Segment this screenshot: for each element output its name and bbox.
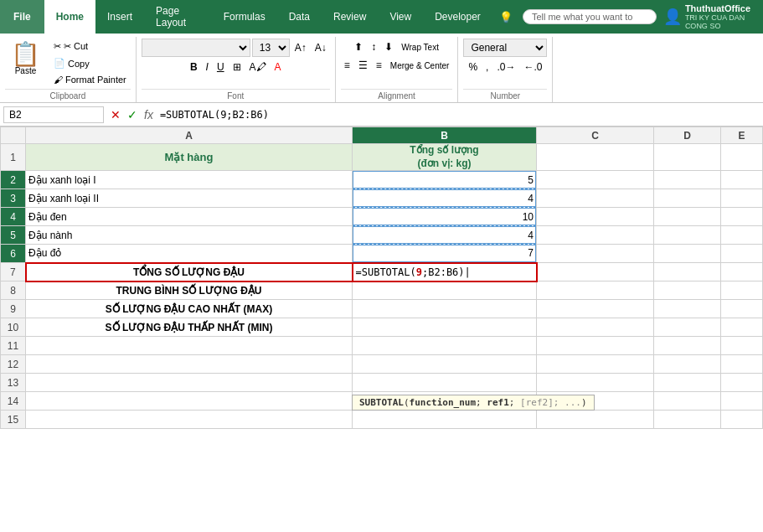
cell-a10[interactable]: SỐ LƯỢNG ĐẬU THẤP NHẤT (MIN) bbox=[26, 318, 353, 337]
cell-c9[interactable] bbox=[537, 300, 654, 318]
border-button[interactable]: ⊞ bbox=[229, 59, 245, 75]
format-painter-button[interactable]: 🖌 Format Painter bbox=[49, 72, 131, 87]
cell-e11[interactable] bbox=[721, 337, 763, 355]
cell-a4[interactable]: Đậu đen bbox=[26, 208, 353, 226]
cell-a11[interactable] bbox=[26, 337, 353, 355]
cell-e7[interactable] bbox=[721, 263, 763, 281]
cell-b6[interactable]: 7 bbox=[353, 245, 537, 263]
cell-b7[interactable]: =SUBTOTAL(9;B2:B6)| bbox=[353, 263, 537, 281]
merge-center-button[interactable]: Merge & Center bbox=[387, 59, 453, 73]
align-left-button[interactable]: ≡ bbox=[341, 57, 353, 74]
tab-page-layout[interactable]: Page Layout bbox=[144, 0, 212, 34]
cell-a8[interactable]: TRUNG BÌNH SỐ LƯỢNG ĐẬU bbox=[26, 281, 353, 300]
cell-a15[interactable] bbox=[26, 411, 353, 429]
cell-c8[interactable] bbox=[537, 281, 654, 300]
cell-a1[interactable]: Mặt hàng bbox=[26, 144, 353, 171]
cell-d1[interactable] bbox=[654, 144, 721, 171]
cell-b3[interactable]: 4 bbox=[353, 189, 537, 208]
underline-button[interactable]: U bbox=[214, 59, 228, 75]
row-header-13[interactable]: 13 bbox=[1, 374, 26, 392]
cell-a6[interactable]: Đậu đỏ bbox=[26, 245, 353, 263]
cell-d7[interactable] bbox=[654, 263, 721, 281]
copy-button[interactable]: 📄 Copy bbox=[49, 55, 131, 71]
cell-b11[interactable] bbox=[353, 337, 537, 355]
col-header-d[interactable]: D bbox=[654, 127, 721, 144]
cell-a7[interactable]: TỔNG SỐ LƯỢNG ĐẬU bbox=[26, 263, 353, 281]
increase-decimal-button[interactable]: .0→ bbox=[493, 59, 518, 75]
row-header-15[interactable]: 15 bbox=[1, 411, 26, 429]
cell-e8[interactable] bbox=[721, 281, 763, 300]
cell-b12[interactable] bbox=[353, 355, 537, 374]
tell-me-input[interactable]: Tell me what you want to bbox=[523, 9, 657, 24]
tab-formulas[interactable]: Formulas bbox=[212, 0, 277, 34]
cell-c4[interactable] bbox=[537, 208, 654, 226]
cell-d15[interactable] bbox=[654, 411, 721, 429]
row-header-9[interactable]: 9 bbox=[1, 300, 26, 318]
row-header-5[interactable]: 5 bbox=[1, 226, 26, 245]
cell-e3[interactable] bbox=[721, 189, 763, 208]
cell-b5[interactable]: 4 bbox=[353, 226, 537, 245]
cell-b4[interactable]: 10 bbox=[353, 208, 537, 226]
cell-e9[interactable] bbox=[721, 300, 763, 318]
cell-c5[interactable] bbox=[537, 226, 654, 245]
paste-button[interactable]: 📋 Paste bbox=[5, 39, 46, 80]
cell-e2[interactable] bbox=[721, 171, 763, 189]
tab-view[interactable]: View bbox=[378, 0, 423, 34]
row-header-4[interactable]: 4 bbox=[1, 208, 26, 226]
align-bottom-button[interactable]: ⬇ bbox=[381, 39, 396, 55]
cell-e6[interactable] bbox=[721, 245, 763, 263]
cell-e10[interactable] bbox=[721, 318, 763, 337]
cell-b15[interactable] bbox=[353, 411, 537, 429]
row-header-7[interactable]: 7 bbox=[1, 263, 26, 281]
cell-c3[interactable] bbox=[537, 189, 654, 208]
row-header-1[interactable]: 1 bbox=[1, 144, 26, 171]
cell-d5[interactable] bbox=[654, 226, 721, 245]
cell-d3[interactable] bbox=[654, 189, 721, 208]
cell-e15[interactable] bbox=[721, 411, 763, 429]
formula-input[interactable] bbox=[157, 107, 760, 122]
cell-c2[interactable] bbox=[537, 171, 654, 189]
cell-b1[interactable]: Tổng số lượng(đơn vị: kg) bbox=[353, 144, 537, 171]
align-right-button[interactable]: ≡ bbox=[373, 57, 385, 74]
cell-a2[interactable]: Đậu xanh loại I bbox=[26, 171, 353, 189]
cell-b10[interactable] bbox=[353, 318, 537, 337]
row-header-2[interactable]: 2 bbox=[1, 171, 26, 189]
row-header-12[interactable]: 12 bbox=[1, 355, 26, 374]
cell-c7[interactable] bbox=[537, 263, 654, 281]
cut-button[interactable]: ✂ ✂ Cut bbox=[49, 39, 131, 54]
row-header-3[interactable]: 3 bbox=[1, 189, 26, 208]
wrap-text-button[interactable]: Wrap Text bbox=[398, 40, 442, 54]
col-header-b[interactable]: B bbox=[353, 127, 537, 144]
align-top-button[interactable]: ⬆ bbox=[351, 39, 366, 55]
cell-a9[interactable]: SỐ LƯỢNG ĐẬU CAO NHẤT (MAX) bbox=[26, 300, 353, 318]
font-face-select[interactable] bbox=[142, 39, 250, 57]
cell-d6[interactable] bbox=[654, 245, 721, 263]
tab-review[interactable]: Review bbox=[322, 0, 378, 34]
cell-c10[interactable] bbox=[537, 318, 654, 337]
cell-c12[interactable] bbox=[537, 355, 654, 374]
cell-a12[interactable] bbox=[26, 355, 353, 374]
row-header-6[interactable]: 6 bbox=[1, 245, 26, 263]
tab-insert[interactable]: Insert bbox=[95, 0, 144, 34]
increase-font-button[interactable]: A↑ bbox=[291, 39, 310, 56]
cell-a3[interactable]: Đậu xanh loại II bbox=[26, 189, 353, 208]
tab-data[interactable]: Data bbox=[277, 0, 322, 34]
cell-e4[interactable] bbox=[721, 208, 763, 226]
align-middle-button[interactable]: ↕ bbox=[368, 39, 379, 55]
cell-d14[interactable] bbox=[654, 392, 721, 411]
col-header-a[interactable]: A bbox=[26, 127, 353, 144]
thousand-separator-button[interactable]: , bbox=[482, 59, 492, 75]
col-header-c[interactable]: C bbox=[537, 127, 654, 144]
cell-b13[interactable] bbox=[353, 374, 537, 392]
cell-d10[interactable] bbox=[654, 318, 721, 337]
cell-d13[interactable] bbox=[654, 374, 721, 392]
cell-e1[interactable] bbox=[721, 144, 763, 171]
cell-d8[interactable] bbox=[654, 281, 721, 300]
cell-a13[interactable] bbox=[26, 374, 353, 392]
cell-a5[interactable]: Đậu nành bbox=[26, 226, 353, 245]
cell-e5[interactable] bbox=[721, 226, 763, 245]
cell-reference-box[interactable] bbox=[3, 106, 104, 123]
cell-d12[interactable] bbox=[654, 355, 721, 374]
fill-color-button[interactable]: A🖍 bbox=[246, 59, 270, 75]
font-color-button[interactable]: A bbox=[271, 59, 285, 75]
